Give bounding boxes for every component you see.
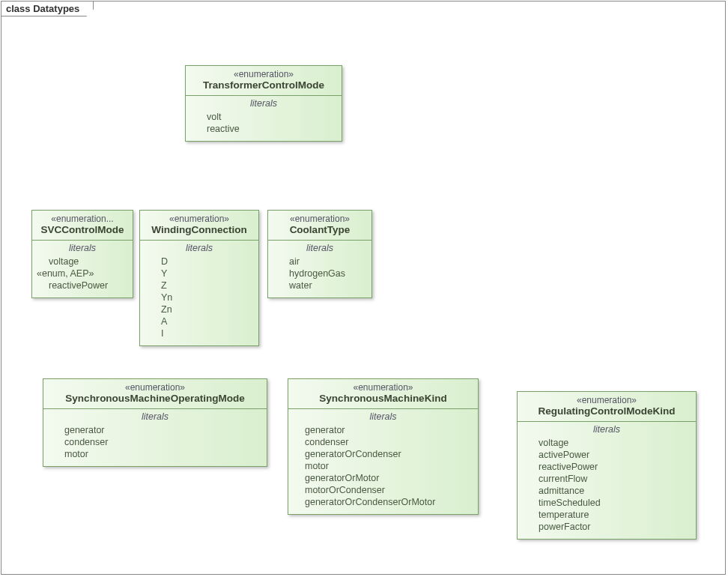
literal-item: Zn bbox=[161, 303, 252, 315]
literal-item: reactivePower bbox=[49, 280, 127, 291]
class-sync-machine-kind: «enumeration» SynchronousMachineKind lit… bbox=[288, 378, 479, 515]
compartment-title: literals bbox=[43, 409, 267, 424]
class-name: RegulatingControlModeKind bbox=[522, 405, 691, 417]
literal-item: generatorOrCondenserOrMotor bbox=[305, 496, 472, 508]
class-head: «enumeration» RegulatingControlModeKind bbox=[518, 392, 696, 422]
literal-item: condenser bbox=[305, 436, 472, 448]
literal-item: condenser bbox=[64, 436, 261, 448]
literal-item: Z bbox=[161, 280, 252, 291]
class-name: SynchronousMachineOperatingMode bbox=[48, 393, 262, 404]
stereotype-label: «enumeration» bbox=[48, 382, 262, 393]
compartment-title: literals bbox=[268, 241, 371, 256]
stereotype-label: «enumeration... bbox=[37, 214, 128, 224]
literal-item: volt bbox=[207, 111, 336, 123]
compartment-body: generator condenser generatorOrCondenser… bbox=[288, 424, 478, 514]
stereotype-label: «enumeration» bbox=[273, 214, 367, 224]
sub-stereotype: «enum, AEP» bbox=[37, 268, 127, 280]
literal-item: reactive bbox=[207, 123, 336, 135]
literal-item: air bbox=[289, 256, 365, 268]
diagram-frame: class Datatypes «enumeration» Transforme… bbox=[1, 1, 726, 575]
literal-item: generator bbox=[64, 424, 261, 436]
compartment-title: literals bbox=[32, 241, 133, 256]
literal-item: motor bbox=[64, 448, 261, 460]
compartment-body: voltage «enum, AEP» reactivePower bbox=[32, 256, 133, 297]
literal-item: A bbox=[161, 315, 252, 327]
class-head: «enumeration» WindingConnection bbox=[140, 211, 258, 241]
stereotype-label: «enumeration» bbox=[522, 395, 691, 405]
compartment-body: volt reactive bbox=[186, 111, 342, 141]
stereotype-label: «enumeration» bbox=[190, 69, 337, 79]
compartment-title: literals bbox=[288, 409, 478, 424]
compartment-body: air hydrogenGas water bbox=[268, 256, 371, 297]
literal-item: Yn bbox=[161, 291, 252, 303]
literal-item: activePower bbox=[539, 449, 690, 461]
frame-label: class Datatypes bbox=[1, 1, 94, 16]
class-name: TransformerControlMode bbox=[190, 79, 337, 91]
class-head: «enumeration» CoolantType bbox=[268, 211, 371, 241]
class-winding-connection: «enumeration» WindingConnection literals… bbox=[139, 210, 259, 346]
class-name: CoolantType bbox=[273, 224, 367, 235]
literal-item: motor bbox=[305, 460, 472, 472]
class-head: «enumeration» SynchronousMachineKind bbox=[288, 379, 478, 409]
stereotype-label: «enumeration» bbox=[145, 214, 254, 224]
class-name: SVCControlMode bbox=[37, 224, 128, 235]
compartment-body: D Y Z Yn Zn A I bbox=[140, 256, 258, 345]
literal-item: motorOrCondenser bbox=[305, 484, 472, 496]
compartment-title: literals bbox=[518, 422, 696, 437]
compartment-title: literals bbox=[186, 96, 342, 111]
literal-item: voltage bbox=[539, 437, 690, 449]
literal-item: currentFlow bbox=[539, 473, 690, 485]
class-coolant-type: «enumeration» CoolantType literals air h… bbox=[267, 210, 372, 298]
compartment-title: literals bbox=[140, 241, 258, 256]
literal-item: generator bbox=[305, 424, 472, 436]
class-regulating-control-mode-kind: «enumeration» RegulatingControlModeKind … bbox=[517, 391, 697, 540]
literal-item: generatorOrMotor bbox=[305, 472, 472, 484]
literal-item: powerFactor bbox=[539, 521, 690, 533]
compartment-body: generator condenser motor bbox=[43, 424, 267, 466]
literal-item: voltage bbox=[49, 256, 127, 268]
literal-item: water bbox=[289, 280, 365, 291]
literal-item: hydrogenGas bbox=[289, 268, 365, 280]
literal-item: generatorOrCondenser bbox=[305, 448, 472, 460]
class-head: «enumeration» SynchronousMachineOperatin… bbox=[43, 379, 267, 409]
class-head: «enumeration... SVCControlMode bbox=[32, 211, 133, 241]
class-svc-control-mode: «enumeration... SVCControlMode literals … bbox=[31, 210, 133, 298]
class-head: «enumeration» TransformerControlMode bbox=[186, 66, 342, 96]
literal-item: Y bbox=[161, 268, 252, 280]
class-name: SynchronousMachineKind bbox=[293, 393, 473, 404]
class-sync-machine-operating-mode: «enumeration» SynchronousMachineOperatin… bbox=[43, 378, 267, 467]
class-name: WindingConnection bbox=[145, 224, 254, 235]
literal-item: reactivePower bbox=[539, 461, 690, 473]
literal-item: timeScheduled bbox=[539, 497, 690, 509]
literal-item: admittance bbox=[539, 485, 690, 497]
stereotype-label: «enumeration» bbox=[293, 382, 473, 393]
literal-item: temperature bbox=[539, 509, 690, 521]
literal-item: I bbox=[161, 327, 252, 339]
literal-item: D bbox=[161, 256, 252, 268]
compartment-body: voltage activePower reactivePower curren… bbox=[518, 437, 696, 539]
class-transformer-control-mode: «enumeration» TransformerControlMode lit… bbox=[185, 65, 342, 142]
